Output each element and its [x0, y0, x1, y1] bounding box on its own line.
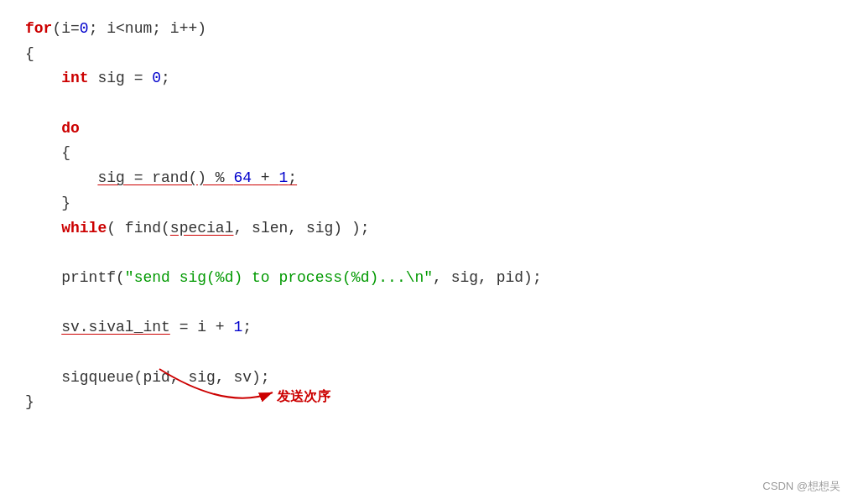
code-line-2: {: [25, 42, 828, 67]
underlined-special: special: [170, 216, 234, 242]
code-line-6: {: [25, 141, 828, 166]
keyword-for: for: [25, 17, 52, 42]
underlined-sival: sv.sival_int: [61, 315, 170, 340]
code-line-5: do: [25, 117, 828, 142]
code-line-3: int sig = 0;: [25, 66, 828, 91]
keyword-int: int: [61, 66, 88, 91]
underlined-expression: sig = rand() % 64 + 1;: [97, 166, 297, 191]
code-line-14: [25, 340, 828, 366]
watermark: CSDN @想想吴: [762, 478, 840, 496]
code-line-9: while( find(special, slen, sig) );: [25, 216, 828, 242]
keyword-while: while: [61, 216, 107, 242]
code-line-10: [25, 241, 828, 266]
code-line-15: sigqueue(pid, sig, sv);: [25, 366, 828, 391]
code-line-7: sig = rand() % 64 + 1;: [25, 166, 828, 191]
code-line-1: for(i=0; i<num; i++): [25, 17, 828, 42]
code-line-4: [25, 91, 828, 117]
code-line-8: }: [25, 191, 828, 216]
code-line-16: }: [25, 390, 828, 415]
code-line-12: [25, 291, 828, 316]
code-line-11: printf("send sig(%d) to process(%d)...\n…: [25, 266, 828, 291]
code-container: for(i=0; i<num; i++) { int sig = 0; do {…: [0, 0, 853, 504]
code-line-13: sv.sival_int = i + 1;: [25, 315, 828, 340]
keyword-do: do: [61, 117, 80, 142]
